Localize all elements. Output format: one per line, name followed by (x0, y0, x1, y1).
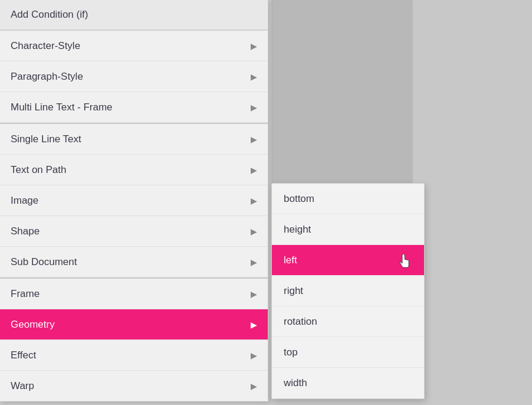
menu-item-label: Frame (11, 288, 40, 300)
submenu-item-label: width (284, 377, 307, 389)
menu-item-label: Paragraph-Style (11, 71, 83, 83)
menu-item-paragraph-style[interactable]: Paragraph-Style ▶ (0, 61, 268, 92)
submenu-item-height[interactable]: height (272, 214, 424, 245)
submenu-item-width[interactable]: width (272, 368, 424, 399)
arrow-icon: ▶ (251, 289, 257, 299)
menu-item-label: Multi Line Text - Frame (11, 102, 113, 113)
menu-item-frame[interactable]: Frame ▶ (0, 279, 268, 309)
menu-item-sub-document[interactable]: Sub Document ▶ (0, 247, 268, 277)
menu-item-character-style[interactable]: Character-Style ▶ (0, 31, 268, 61)
submenu-item-label: rotation (284, 316, 317, 328)
submenu-item-left[interactable]: left (272, 245, 424, 276)
submenu: bottom height left right rotation top wi… (271, 183, 425, 399)
submenu-item-label: right (284, 285, 303, 297)
menu-item-multi-line-text[interactable]: Multi Line Text - Frame ▶ (0, 92, 268, 123)
arrow-icon: ▶ (251, 41, 257, 51)
menu-item-geometry[interactable]: Geometry ▶ (0, 309, 268, 340)
menu-item-text-on-path[interactable]: Text on Path ▶ (0, 155, 268, 185)
arrow-icon: ▶ (251, 351, 257, 360)
submenu-item-label: left (284, 254, 297, 266)
gray-block (271, 0, 413, 183)
submenu-item-label: top (284, 347, 298, 358)
menu-item-shape[interactable]: Shape ▶ (0, 216, 268, 247)
menu-item-image[interactable]: Image ▶ (0, 185, 268, 216)
submenu-item-top[interactable]: top (272, 337, 424, 368)
arrow-icon: ▶ (251, 165, 257, 175)
submenu-item-label: height (284, 224, 311, 236)
menu-item-label: Single Line Text (11, 133, 81, 145)
arrow-icon: ▶ (251, 227, 257, 236)
menu-item-add-condition[interactable]: Add Condition (if) (0, 0, 268, 31)
arrow-icon: ▶ (251, 320, 257, 329)
menu-item-label: Sub Document (11, 256, 77, 268)
menu-item-effect[interactable]: Effect ▶ (0, 340, 268, 371)
arrow-icon: ▶ (251, 257, 257, 267)
arrow-icon: ▶ (251, 103, 257, 112)
submenu-item-bottom[interactable]: bottom (272, 184, 424, 214)
arrow-icon: ▶ (251, 381, 257, 391)
main-menu: Add Condition (if) Character-Style ▶ Par… (0, 0, 268, 401)
arrow-icon: ▶ (251, 135, 257, 144)
menu-item-label: Add Condition (if) (11, 9, 88, 21)
submenu-item-label: bottom (284, 193, 314, 205)
submenu-item-right[interactable]: right (272, 276, 424, 306)
menu-item-label: Warp (11, 380, 34, 392)
menu-item-warp[interactable]: Warp ▶ (0, 371, 268, 401)
menu-item-label: Character-Style (11, 40, 80, 52)
submenu-item-rotation[interactable]: rotation (272, 306, 424, 337)
menu-item-label: Image (11, 195, 38, 207)
menu-item-label: Geometry (11, 319, 55, 331)
menu-item-single-line-text[interactable]: Single Line Text ▶ (0, 124, 268, 155)
arrow-icon: ▶ (251, 72, 257, 81)
menu-item-label: Effect (11, 350, 36, 361)
arrow-icon: ▶ (251, 196, 257, 205)
menu-item-label: Shape (11, 226, 40, 237)
menu-item-label: Text on Path (11, 164, 67, 176)
